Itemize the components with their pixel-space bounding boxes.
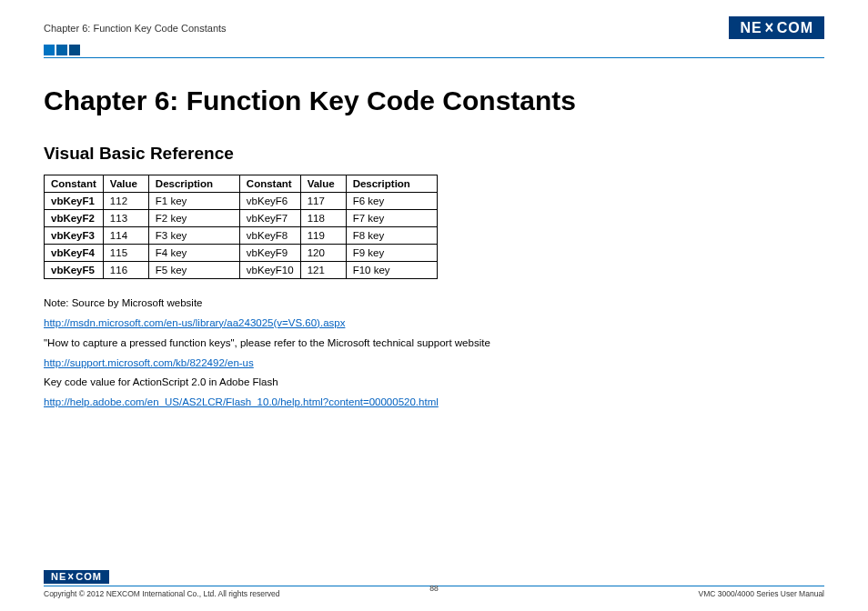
note-link-1[interactable]: http://msdn.microsoft.com/en-us/library/… bbox=[44, 317, 345, 328]
nexcom-logo: NE✕COM bbox=[729, 16, 824, 39]
breadcrumb: Chapter 6: Function Key Code Constants bbox=[44, 23, 227, 34]
table-header-row: Constant Value Description Constant Valu… bbox=[45, 175, 438, 193]
table-cell: 121 bbox=[300, 262, 346, 279]
table-cell: vbKeyF9 bbox=[239, 245, 300, 262]
section-title: Visual Basic Reference bbox=[44, 144, 824, 164]
table-row: vbKeyF3114F3 keyvbKeyF8119F8 key bbox=[45, 227, 438, 245]
keycodes-table: Constant Value Description Constant Valu… bbox=[44, 175, 438, 279]
th-constant-1: Constant bbox=[45, 175, 104, 193]
table-cell: F8 key bbox=[346, 227, 437, 245]
table-cell: F10 key bbox=[346, 262, 437, 279]
table-cell: F1 key bbox=[148, 193, 239, 210]
note-text-1: Note: Source by Microsoft website bbox=[44, 294, 824, 314]
table-cell: vbKeyF3 bbox=[45, 227, 104, 245]
table-cell: 112 bbox=[103, 193, 148, 210]
table-cell: F2 key bbox=[148, 210, 239, 227]
table-cell: vbKeyF1 bbox=[45, 193, 104, 210]
table-cell: vbKeyF10 bbox=[239, 262, 300, 279]
note-text-2: "How to capture a pressed function keys"… bbox=[44, 334, 824, 354]
table-cell: 117 bbox=[300, 193, 346, 210]
table-cell: vbKeyF2 bbox=[45, 210, 104, 227]
footer-page-number: 88 bbox=[44, 584, 824, 593]
table-cell: F4 key bbox=[148, 245, 239, 262]
table-row: vbKeyF5116F5 keyvbKeyF10121F10 key bbox=[45, 262, 438, 279]
table-cell: 118 bbox=[300, 210, 346, 227]
table-cell: F6 key bbox=[346, 193, 437, 210]
table-cell: F7 key bbox=[346, 210, 437, 227]
header-divider bbox=[44, 57, 824, 58]
th-constant-2: Constant bbox=[239, 175, 300, 193]
table-cell: vbKeyF6 bbox=[239, 193, 300, 210]
table-row: vbKeyF2113F2 keyvbKeyF7118F7 key bbox=[45, 210, 438, 227]
table-row: vbKeyF1112F1 keyvbKeyF6117F6 key bbox=[45, 193, 438, 210]
table-cell: F5 key bbox=[148, 262, 239, 279]
page-footer: NE✕COM Copyright © 2012 NEXCOM Internati… bbox=[44, 567, 824, 598]
th-desc-2: Description bbox=[346, 175, 437, 193]
table-cell: vbKeyF5 bbox=[45, 262, 104, 279]
table-cell: vbKeyF7 bbox=[239, 210, 300, 227]
decorative-squares bbox=[44, 45, 824, 55]
th-value-1: Value bbox=[103, 175, 148, 193]
th-value-2: Value bbox=[300, 175, 346, 193]
logo-x-icon: ✕ bbox=[764, 19, 774, 36]
table-body: vbKeyF1112F1 keyvbKeyF6117F6 keyvbKeyF21… bbox=[45, 193, 438, 279]
table-cell: vbKeyF8 bbox=[239, 227, 300, 245]
note-text-3: Key code value for ActionScript 2.0 in A… bbox=[44, 373, 824, 393]
table-cell: 113 bbox=[103, 210, 148, 227]
table-cell: 116 bbox=[103, 262, 148, 279]
table-cell: F3 key bbox=[148, 227, 239, 245]
th-desc-1: Description bbox=[148, 175, 239, 193]
table-cell: F9 key bbox=[346, 245, 437, 262]
note-link-3[interactable]: http://help.adobe.com/en_US/AS2LCR/Flash… bbox=[44, 396, 439, 407]
table-cell: 115 bbox=[103, 245, 148, 262]
table-cell: 114 bbox=[103, 227, 148, 245]
footer-logo-x-icon: ✕ bbox=[67, 571, 75, 583]
table-cell: vbKeyF4 bbox=[45, 245, 104, 262]
footer-logo: NE✕COM bbox=[44, 567, 824, 584]
notes-section: Note: Source by Microsoft website http:/… bbox=[44, 294, 824, 413]
table-row: vbKeyF4115F4 keyvbKeyF9120F9 key bbox=[45, 245, 438, 262]
note-link-2[interactable]: http://support.microsoft.com/kb/822492/e… bbox=[44, 357, 254, 368]
table-cell: 119 bbox=[300, 227, 346, 245]
table-cell: 120 bbox=[300, 245, 346, 262]
chapter-title: Chapter 6: Function Key Code Constants bbox=[44, 85, 824, 116]
